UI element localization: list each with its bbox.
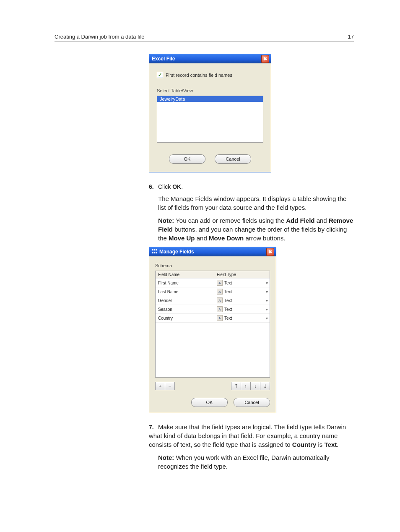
table-row[interactable]: CountryAText▾	[156, 314, 270, 323]
field-type-cell[interactable]: AText	[215, 296, 264, 305]
dialog-titlebar: Excel File ✖	[149, 54, 271, 63]
app-icon	[152, 249, 158, 255]
col-field-type: Field Type	[215, 271, 264, 278]
text-type-icon: A	[217, 315, 223, 321]
page-header: Creating a Darwin job from a data file 1…	[55, 34, 354, 42]
cancel-button[interactable]: Cancel	[234, 398, 270, 407]
move-down-button[interactable]: ↓	[251, 382, 260, 390]
checkbox-label: First record contains field names	[166, 73, 232, 78]
close-icon[interactable]: ✖	[261, 55, 269, 63]
field-name-cell: Country	[156, 315, 215, 322]
field-name-cell: Last Name	[156, 288, 215, 295]
field-type-cell[interactable]: AText	[215, 279, 264, 287]
excel-file-dialog: Excel File ✖ ✓ First record contains fie…	[149, 54, 271, 172]
field-name-cell: Gender	[156, 297, 215, 304]
text-type-icon: A	[217, 280, 223, 286]
table-row[interactable]: GenderAText▾	[156, 296, 270, 305]
table-row[interactable]: First NameAText▾	[156, 279, 270, 287]
step7-note: Note: When you work with an Excel file, …	[158, 453, 354, 471]
chevron-down-icon[interactable]: ▾	[264, 289, 270, 294]
step-number: 7.	[149, 424, 156, 430]
manage-fields-dialog: Manage Fields ✖ Schema Field Name Field …	[149, 247, 276, 413]
table-listbox[interactable]: JewelryData	[157, 96, 263, 143]
select-table-label: Select Table/View	[157, 88, 263, 93]
header-title: Creating a Darwin job from a data file	[55, 34, 145, 40]
dialog-title: Excel File	[152, 56, 175, 62]
col-field-name: Field Name	[156, 271, 215, 278]
move-bottom-button[interactable]: ⤓	[260, 382, 270, 390]
text-type-icon: A	[217, 306, 223, 312]
step7-text: Make sure that the field types are logic…	[149, 423, 346, 448]
first-record-checkbox[interactable]: ✓	[157, 72, 163, 78]
chevron-down-icon[interactable]: ▾	[264, 281, 270, 285]
table-row[interactable]: SeasonAText▾	[156, 305, 270, 314]
field-name-cell: Season	[156, 306, 215, 313]
step6-note: Note: You can add or remove fields using…	[158, 216, 354, 243]
list-item[interactable]: JewelryData	[157, 96, 263, 102]
ok-button[interactable]: OK	[169, 154, 205, 164]
remove-field-button[interactable]: −	[165, 382, 175, 390]
step-text: Click OK.	[158, 183, 183, 190]
schema-label: Schema	[155, 263, 270, 268]
add-field-button[interactable]: +	[155, 382, 165, 390]
text-type-icon: A	[217, 289, 223, 295]
table-row[interactable]: Last NameAText▾	[156, 287, 270, 296]
close-icon[interactable]: ✖	[266, 248, 274, 256]
table-header: Field Name Field Type	[156, 271, 270, 279]
move-up-button[interactable]: ↑	[241, 382, 251, 390]
page-number: 17	[348, 34, 354, 40]
text-type-icon: A	[217, 297, 223, 303]
ok-button[interactable]: OK	[191, 398, 228, 407]
move-top-button[interactable]: ⤒	[231, 382, 241, 390]
field-type-cell[interactable]: AText	[215, 305, 264, 313]
chevron-down-icon[interactable]: ▾	[264, 307, 270, 312]
field-type-cell[interactable]: AText	[215, 287, 264, 296]
dialog-title: Manage Fields	[159, 249, 194, 255]
step6-para1: The Manage Fields window appears. It dis…	[158, 194, 354, 212]
chevron-down-icon[interactable]: ▾	[264, 316, 270, 321]
schema-table: Field Name Field Type First NameAText▾La…	[155, 271, 270, 378]
dialog-titlebar: Manage Fields ✖	[149, 247, 276, 256]
cancel-button[interactable]: Cancel	[215, 154, 251, 164]
field-name-cell: First Name	[156, 279, 215, 287]
step-number: 6.	[149, 183, 156, 190]
chevron-down-icon[interactable]: ▾	[264, 298, 270, 303]
field-type-cell[interactable]: AText	[215, 314, 264, 322]
